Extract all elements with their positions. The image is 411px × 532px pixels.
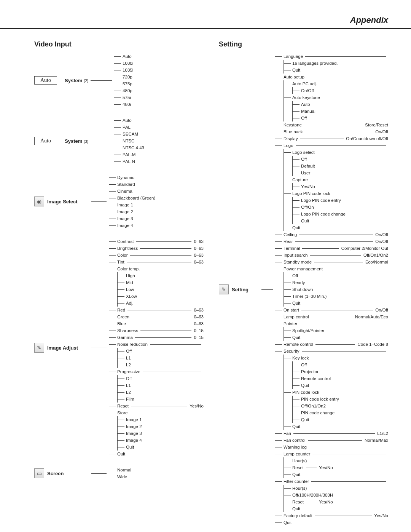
screen-icon: ▭ [34,468,44,478]
system3-suffix: (3) [84,139,88,144]
tree-value: Yes/No [319,498,333,505]
tree-value: Eco/Normal [365,259,388,265]
tree-item: Logo PIN code lock [292,191,330,196]
system2-block: Auto System (2) Auto 1080i 1035i 720p 57… [34,53,204,108]
tree-item: PIN code change [301,411,335,415]
tree-value: 0–15 [194,334,204,341]
tree-item: Filter counter [284,478,309,485]
tree-item: Normal [117,468,131,472]
tree-item: Auto [123,54,132,59]
tree-item: Brightness [117,245,138,252]
tree-item: Blue back [284,128,303,135]
tree-item: Dynamic [117,175,134,180]
tree-item: Contrast [117,238,134,245]
tree-item: Pointer [284,320,297,327]
tree-item: Logo select [292,150,315,155]
tree-item: Adj. [126,301,134,305]
tree-item: Gamma [117,334,133,341]
tree-item: Rear [284,238,293,245]
image-select-block: ◉ Image Select Dynamic Standard Cinema B… [34,174,204,229]
tree-value: 0–63 [194,307,204,313]
system3-tree: Auto PAL SECAM NTSC NTSC 4.43 PAL-M PAL-… [114,117,204,165]
tree-item: Quit [292,472,300,477]
tree-item: User [301,171,310,175]
tree-item: Logo PIN code change [301,212,346,216]
tree-item: Off [292,273,298,278]
tree-item: Quit [292,225,300,230]
image-adjust-block: ✎ Image Adjust Contrast0–63 Brightness0–… [34,238,204,457]
screen-label: Screen [47,471,89,476]
tree-item: Warning log [284,445,307,449]
tree-item: Key lock [292,356,309,360]
tree-item: 1035i [123,68,133,72]
tree-item: 720p [123,75,132,79]
tree-item: Blackboard (Green) [117,196,155,200]
system3-block: Auto System (3) Auto PAL SECAM NTSC NTSC… [34,117,204,165]
tree-item: Terminal [284,245,300,252]
tree-item: PIN code lock entry [301,397,339,401]
tree-item: 480i [123,102,131,107]
tree-value: On/Off [375,307,388,313]
video-input-title: Video Input [34,40,204,48]
setting-block: ✎ Setting Language 16 languages provided… [219,53,388,526]
screen-block: ▭ Screen Normal Wide [34,466,204,480]
columns: Video Input Auto System (2) Auto 1080i 1… [0,40,411,532]
tree-item: Security [284,348,299,355]
tree-item: Quit [301,417,309,422]
tree-item: PIN code lock [292,390,319,395]
tree-item: Image 2 [117,209,133,214]
tree-item: 575i [123,95,131,100]
system2-chip: Auto [34,76,57,85]
tree-value: Computer 2/Monitor Out [341,245,388,252]
tree-value: 0–63 [194,238,204,245]
tree-item: Quit [117,452,125,456]
tree-item: 575p [123,81,132,86]
tree-item: Off [126,376,132,381]
tree-item: Auto PC adj. [292,81,317,86]
tree-item: Cinema [117,189,132,193]
tree-item: 1080i [123,61,133,66]
tree-item: Image 3 [126,431,142,436]
image-select-label: Image Select [47,199,89,204]
tree-item: PAL-N [123,159,135,164]
system2-label-text: System [65,78,82,83]
tree-value: 0–15 [194,327,204,334]
tree-value: 0–63 [194,252,204,259]
tree-item: Store [117,409,128,416]
tree-item: Off/100H/200H/300H [292,493,333,497]
tree-item: Red [117,307,125,313]
tree-item: Factory default [284,512,312,519]
tree-value: 0–63 [194,259,204,265]
tree-item: Green [117,313,129,320]
tree-value: 0–63 [194,245,204,252]
tree-item: Quit [292,424,300,429]
tree-item: Image 1 [126,417,142,422]
tree-item: Yes/No [301,184,315,189]
tree-item: NTSC [123,139,134,143]
screen-tree: Normal Wide [109,466,204,480]
image-adjust-label: Image Adjust [47,345,89,351]
tree-item: Image 4 [126,438,142,443]
tree-item: Quit [292,301,300,305]
tree-item: On start [284,307,299,313]
tree-item: Quit [301,383,309,388]
image-adjust-tree: Contrast0–63 Brightness0–63 Color0–63 Ti… [109,238,204,457]
tree-item: Remote control [284,341,313,348]
tree-value: On/Off [375,231,388,238]
setting-label: Setting [232,287,259,292]
tree-item: Quit [301,219,309,223]
tree-item: 480p [123,88,132,93]
tree-item: Display [284,135,298,142]
image-select-tree: Dynamic Standard Cinema Blackboard (Gree… [109,174,204,229]
tree-value: 0–63 [194,320,204,327]
tree-item: Capture [292,177,308,182]
image-adjust-icon: ✎ [34,343,44,353]
tree-item: Shut down [292,287,313,292]
tree-item: Auto [123,118,132,123]
tree-item: Progressive [117,368,140,375]
setting-tree: Language 16 languages provided. Quit Aut… [275,53,388,526]
tree-item: Color temp. [117,265,140,272]
tree-value: Yes/No [319,464,333,471]
tree-item: Mid [126,280,133,285]
tree-item: High [126,273,135,278]
